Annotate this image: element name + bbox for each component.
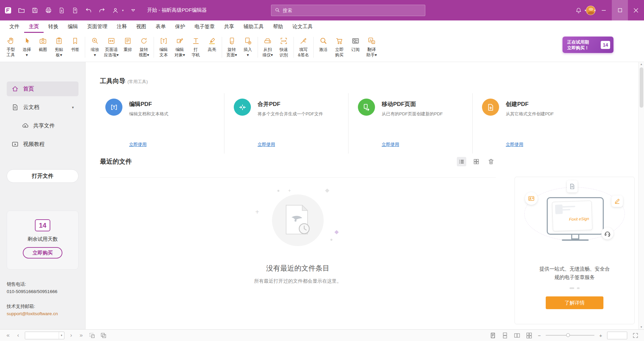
print-icon[interactable] [44,6,52,14]
undo-icon[interactable] [85,6,93,14]
svg-text:OCR: OCR [281,40,286,42]
search-box[interactable] [271,5,425,16]
collapse-toolbar-icon[interactable] [129,6,137,14]
ribbon-tool-reflow[interactable]: 重排 [120,35,136,53]
share-file-icon[interactable] [71,6,79,14]
scrollbar-thumb[interactable] [640,67,643,108]
minimize-button[interactable] [596,0,612,20]
previous-page-button[interactable]: ‹ [15,332,21,339]
card-move-pdf-pages[interactable]: 移动PDF页面 从已有的PDF页面创建新的PDF 立即使用 [348,93,472,154]
zoom-in-button[interactable]: + [598,333,603,338]
ribbon-tool-translate-assistant[interactable]: A文 翻译 助手▾ [364,35,380,58]
buy-now-button[interactable]: 立即购买 [23,247,62,259]
continuous-view-icon[interactable] [501,331,509,339]
sidebar-item-home[interactable]: 首页 [7,81,78,96]
menu-protect[interactable]: 保护 [170,20,190,33]
ribbon-tool-bookmark[interactable]: 书签 [67,35,83,53]
ribbon-tool-edit-text[interactable]: 编辑 文本 [156,35,172,58]
ribbon-tool-ocr[interactable]: OCR 快速 识别 [276,35,292,58]
next-page-button[interactable]: › [68,332,74,339]
use-now-link[interactable]: 立即使用 [382,141,399,148]
restore-button[interactable] [612,0,628,20]
menu-help[interactable]: 帮助 [268,20,288,33]
ribbon-tool-activate[interactable]: 激活 [315,35,331,53]
learn-more-button[interactable]: 了解详情 [546,296,603,309]
first-page-button[interactable]: « [5,332,11,339]
scroll-up-icon[interactable]: ▲ [639,63,644,66]
sidebar-item-video-tutorials[interactable]: 视频教程 [7,137,78,152]
card-create-pdf[interactable]: 创建PDF 从其它格式文件创建PDF 立即使用 [472,93,596,154]
zoom-out-button[interactable]: − [537,333,542,338]
menu-paper-tools[interactable]: 论文工具 [288,20,317,33]
last-page-button[interactable]: » [78,332,85,339]
page-list-caret-icon[interactable]: ▾ [59,332,64,339]
ribbon-tool-select[interactable]: 选择 ▾ [19,35,35,58]
card-edit-pdf[interactable]: 编辑PDF 编辑文档和文本格式 立即使用 [100,93,224,154]
zoom-slider-thumb[interactable] [566,333,570,337]
search-input[interactable] [283,8,422,13]
ribbon-tool-hand[interactable]: 手型 工具 [3,35,19,58]
export-pdf-icon[interactable] [58,6,66,14]
ribbon-tool-fill-sign[interactable]: 填写 &签名 [296,35,312,58]
redo-icon[interactable] [98,6,106,14]
ribbon-tool-subscribe[interactable]: 订阅 [347,35,364,53]
open-file-icon[interactable] [17,6,25,14]
ribbon-tool-typewriter[interactable]: 打 字机 [188,35,204,58]
ribbon-tool-insert[interactable]: 插入 ▾ [240,35,256,58]
single-page-view-icon[interactable] [489,331,497,339]
snapshot-icon[interactable] [88,331,96,339]
menu-share[interactable]: 共享 [219,20,239,33]
scroll-down-icon[interactable]: ▼ [639,326,644,329]
use-now-link[interactable]: 立即使用 [258,141,275,148]
ribbon-tool-buy-now[interactable]: 立即 购买 [331,35,347,58]
menu-convert[interactable]: 转换 [44,20,63,33]
close-button[interactable] [628,0,644,20]
ribbon-tool-clipboard[interactable]: 剪贴 板▾ [51,35,67,58]
copy-pages-icon[interactable] [99,331,107,339]
ribbon-tool-highlight[interactable]: 高亮 [204,35,220,53]
vertical-scrollbar[interactable]: ▲ ▼ [638,62,644,329]
page-number-input[interactable] [25,332,59,339]
zoom-slider[interactable] [546,335,594,336]
sidebar-item-cloud-docs[interactable]: 云文档 ▾ [7,100,78,115]
menu-form[interactable]: 表单 [151,20,170,33]
menu-page-manage[interactable]: 页面管理 [83,20,112,33]
page-number-box[interactable]: ▾ [25,332,64,339]
protect-tool-icon[interactable] [111,6,119,14]
use-now-link[interactable]: 立即使用 [506,141,523,148]
grid-view-button[interactable] [472,157,481,166]
ribbon-tool-fit-options[interactable]: 页面适 应选项▾ [103,35,120,58]
ribbon-tool-from-scanner[interactable]: 从扫 描仪▾ [260,35,276,58]
trial-period-badge[interactable]: 正在试用期 立即购买！ 14 [562,37,613,53]
open-file-button[interactable]: 打开文件 [7,169,78,183]
use-now-link[interactable]: 立即使用 [129,141,147,148]
ribbon-tool-snapshot[interactable]: 截图 [35,35,51,53]
facing-view-icon[interactable] [513,331,521,339]
support-email-link[interactable]: support@foxitsoftware.cn [7,311,58,316]
menu-file[interactable]: 文件 [5,20,24,33]
clear-recent-trash-button[interactable] [486,157,496,166]
menu-view[interactable]: 视图 [131,20,151,33]
ribbon-tool-rotate-pages[interactable]: 旋转 页面▾ [224,35,240,58]
save-icon[interactable] [31,6,39,14]
menu-edit[interactable]: 编辑 [63,20,83,33]
carousel-dot[interactable] [577,287,580,289]
menu-home[interactable]: 主页 [24,20,44,33]
notifications-bell-icon[interactable] [575,6,583,14]
menu-accessibility[interactable]: 辅助工具 [239,20,268,33]
facing-continuous-view-icon[interactable] [525,331,533,339]
ribbon-tool-zoom[interactable]: 缩放 ▾ [87,35,103,58]
zoom-level-input[interactable] [607,332,627,339]
cloud-docs-caret-icon[interactable]: ▾ [72,105,74,110]
sidebar-item-shared-files[interactable]: 共享文件 [7,118,78,133]
carousel-dot-active[interactable] [570,287,574,289]
card-merge-pdf[interactable]: 合并PDF 将多个文件合并生成一个PDF文件 立即使用 [224,93,348,154]
menu-comment[interactable]: 注释 [112,20,131,33]
ribbon-tool-rotate-view[interactable]: 旋转 视图▾ [136,35,152,58]
account-caret-icon[interactable]: ▾ [594,9,596,12]
protect-tool-caret-icon[interactable]: ▾ [122,9,124,12]
list-view-button[interactable] [457,157,466,166]
fullscreen-icon[interactable] [631,331,639,339]
ribbon-tool-edit-object[interactable]: 编辑 对象▾ [172,35,188,58]
menu-esign[interactable]: 电子签章 [190,20,219,33]
